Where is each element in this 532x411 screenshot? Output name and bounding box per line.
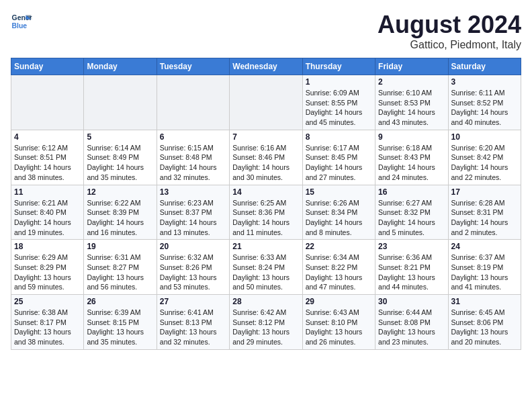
main-title: August 2024 [378, 11, 521, 39]
day-number: 30 [378, 297, 445, 306]
day-info: Sunrise: 6:43 AMSunset: 8:10 PMDaylight:… [306, 308, 372, 347]
day-number: 27 [160, 297, 226, 306]
calendar-week-1: 1Sunrise: 6:09 AMSunset: 8:55 PMDaylight… [11, 75, 521, 130]
day-number: 21 [232, 242, 299, 251]
day-info: Sunrise: 6:10 AMSunset: 8:53 PMDaylight:… [378, 88, 445, 128]
day-info: Sunrise: 6:28 AMSunset: 8:31 PMDaylight:… [451, 198, 518, 238]
calendar-cell: 18Sunrise: 6:29 AMSunset: 8:29 PMDayligh… [11, 240, 84, 295]
calendar-cell: 6Sunrise: 6:15 AMSunset: 8:48 PMDaylight… [157, 130, 229, 185]
day-number: 7 [232, 132, 299, 142]
day-info: Sunrise: 6:44 AMSunset: 8:08 PMDaylight:… [378, 308, 445, 347]
page-header: General Blue August 2024 Gattico, Piedmo… [11, 11, 521, 51]
weekday-header-sunday: Sunday [11, 58, 84, 75]
calendar-cell: 31Sunrise: 6:45 AMSunset: 8:06 PMDayligh… [448, 295, 521, 350]
calendar-week-2: 4Sunrise: 6:12 AMSunset: 8:51 PMDaylight… [11, 130, 521, 185]
day-info: Sunrise: 6:27 AMSunset: 8:32 PMDaylight:… [378, 198, 445, 238]
day-number: 6 [160, 132, 226, 142]
calendar-cell: 17Sunrise: 6:28 AMSunset: 8:31 PMDayligh… [448, 185, 521, 240]
calendar-cell [11, 75, 84, 130]
calendar-cell: 7Sunrise: 6:16 AMSunset: 8:46 PMDaylight… [230, 130, 302, 185]
day-info: Sunrise: 6:17 AMSunset: 8:45 PMDaylight:… [306, 143, 372, 183]
day-info: Sunrise: 6:22 AMSunset: 8:39 PMDaylight:… [87, 198, 153, 238]
calendar-cell: 19Sunrise: 6:31 AMSunset: 8:27 PMDayligh… [84, 240, 157, 295]
day-info: Sunrise: 6:37 AMSunset: 8:19 PMDaylight:… [451, 253, 518, 292]
day-number: 18 [14, 242, 81, 251]
day-number: 29 [306, 297, 372, 306]
day-info: Sunrise: 6:15 AMSunset: 8:48 PMDaylight:… [160, 143, 226, 183]
calendar-cell: 11Sunrise: 6:21 AMSunset: 8:40 PMDayligh… [11, 185, 84, 240]
day-number: 10 [451, 132, 518, 142]
day-info: Sunrise: 6:38 AMSunset: 8:17 PMDaylight:… [14, 308, 81, 347]
calendar-week-4: 18Sunrise: 6:29 AMSunset: 8:29 PMDayligh… [11, 240, 521, 295]
day-info: Sunrise: 6:20 AMSunset: 8:42 PMDaylight:… [451, 143, 518, 183]
day-info: Sunrise: 6:21 AMSunset: 8:40 PMDaylight:… [14, 198, 81, 238]
calendar-cell: 1Sunrise: 6:09 AMSunset: 8:55 PMDaylight… [302, 75, 375, 130]
calendar-cell: 25Sunrise: 6:38 AMSunset: 8:17 PMDayligh… [11, 295, 84, 350]
day-number: 28 [232, 297, 299, 306]
calendar-cell [230, 75, 302, 130]
day-info: Sunrise: 6:09 AMSunset: 8:55 PMDaylight:… [306, 88, 372, 128]
calendar-table: SundayMondayTuesdayWednesdayThursdayFrid… [11, 58, 521, 350]
calendar-cell: 30Sunrise: 6:44 AMSunset: 8:08 PMDayligh… [375, 295, 448, 350]
day-info: Sunrise: 6:16 AMSunset: 8:46 PMDaylight:… [232, 143, 299, 183]
logo-icon: General Blue [11, 11, 32, 32]
day-info: Sunrise: 6:36 AMSunset: 8:21 PMDaylight:… [378, 253, 445, 292]
day-number: 5 [87, 132, 153, 142]
day-info: Sunrise: 6:14 AMSunset: 8:49 PMDaylight:… [87, 143, 153, 183]
day-info: Sunrise: 6:41 AMSunset: 8:13 PMDaylight:… [160, 308, 226, 347]
day-info: Sunrise: 6:31 AMSunset: 8:27 PMDaylight:… [87, 253, 153, 292]
day-info: Sunrise: 6:33 AMSunset: 8:24 PMDaylight:… [232, 253, 299, 292]
day-info: Sunrise: 6:26 AMSunset: 8:34 PMDaylight:… [306, 198, 372, 238]
subtitle: Gattico, Piedmont, Italy [378, 39, 521, 51]
calendar-cell: 8Sunrise: 6:17 AMSunset: 8:45 PMDaylight… [302, 130, 375, 185]
svg-text:Blue: Blue [12, 22, 28, 30]
day-number: 11 [14, 187, 81, 197]
calendar-cell: 14Sunrise: 6:25 AMSunset: 8:36 PMDayligh… [230, 185, 302, 240]
calendar-cell: 2Sunrise: 6:10 AMSunset: 8:53 PMDaylight… [375, 75, 448, 130]
day-number: 24 [451, 242, 518, 251]
day-info: Sunrise: 6:42 AMSunset: 8:12 PMDaylight:… [232, 308, 299, 347]
calendar-cell: 4Sunrise: 6:12 AMSunset: 8:51 PMDaylight… [11, 130, 84, 185]
day-number: 12 [87, 187, 153, 197]
day-info: Sunrise: 6:29 AMSunset: 8:29 PMDaylight:… [14, 253, 81, 292]
day-number: 17 [451, 187, 518, 197]
title-block: August 2024 Gattico, Piedmont, Italy [378, 11, 521, 51]
weekday-header-row: SundayMondayTuesdayWednesdayThursdayFrid… [11, 58, 521, 75]
day-info: Sunrise: 6:11 AMSunset: 8:52 PMDaylight:… [451, 88, 518, 128]
weekday-header-saturday: Saturday [448, 58, 521, 75]
day-info: Sunrise: 6:39 AMSunset: 8:15 PMDaylight:… [87, 308, 153, 347]
weekday-header-monday: Monday [84, 58, 157, 75]
weekday-header-tuesday: Tuesday [157, 58, 229, 75]
day-number: 14 [232, 187, 299, 197]
calendar-cell [84, 75, 157, 130]
calendar-cell: 5Sunrise: 6:14 AMSunset: 8:49 PMDaylight… [84, 130, 157, 185]
calendar-cell: 26Sunrise: 6:39 AMSunset: 8:15 PMDayligh… [84, 295, 157, 350]
day-number: 13 [160, 187, 226, 197]
day-info: Sunrise: 6:23 AMSunset: 8:37 PMDaylight:… [160, 198, 226, 238]
calendar-cell: 23Sunrise: 6:36 AMSunset: 8:21 PMDayligh… [375, 240, 448, 295]
calendar-cell: 12Sunrise: 6:22 AMSunset: 8:39 PMDayligh… [84, 185, 157, 240]
calendar-cell: 28Sunrise: 6:42 AMSunset: 8:12 PMDayligh… [230, 295, 302, 350]
day-number: 16 [378, 187, 445, 197]
calendar-cell: 29Sunrise: 6:43 AMSunset: 8:10 PMDayligh… [302, 295, 375, 350]
calendar-cell: 27Sunrise: 6:41 AMSunset: 8:13 PMDayligh… [157, 295, 229, 350]
calendar-cell: 24Sunrise: 6:37 AMSunset: 8:19 PMDayligh… [448, 240, 521, 295]
day-info: Sunrise: 6:34 AMSunset: 8:22 PMDaylight:… [306, 253, 372, 292]
day-number: 22 [306, 242, 372, 251]
day-number: 4 [14, 132, 81, 142]
day-info: Sunrise: 6:12 AMSunset: 8:51 PMDaylight:… [14, 143, 81, 183]
calendar-cell: 10Sunrise: 6:20 AMSunset: 8:42 PMDayligh… [448, 130, 521, 185]
day-number: 23 [378, 242, 445, 251]
day-number: 20 [160, 242, 226, 251]
day-number: 9 [378, 132, 445, 142]
day-number: 19 [87, 242, 153, 251]
day-number: 8 [306, 132, 372, 142]
calendar-week-5: 25Sunrise: 6:38 AMSunset: 8:17 PMDayligh… [11, 295, 521, 350]
day-number: 2 [378, 77, 445, 87]
day-number: 15 [306, 187, 372, 197]
calendar-cell: 13Sunrise: 6:23 AMSunset: 8:37 PMDayligh… [157, 185, 229, 240]
day-number: 26 [87, 297, 153, 306]
calendar-cell: 16Sunrise: 6:27 AMSunset: 8:32 PMDayligh… [375, 185, 448, 240]
day-number: 1 [306, 77, 372, 87]
day-info: Sunrise: 6:25 AMSunset: 8:36 PMDaylight:… [232, 198, 299, 238]
